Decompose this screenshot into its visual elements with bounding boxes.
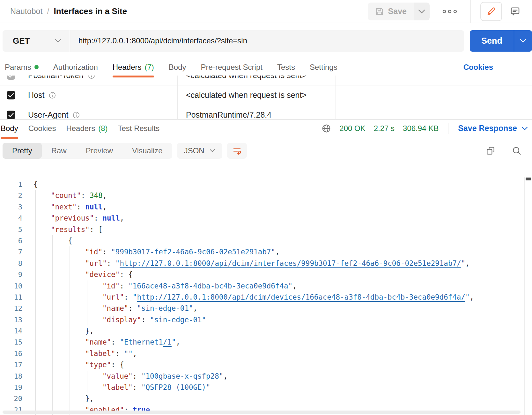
tab-label: Headers <box>113 63 142 72</box>
json-token: "label" <box>85 349 115 358</box>
status-badge[interactable]: 200 OK <box>339 124 365 133</box>
network-globe-icon[interactable] <box>321 124 331 133</box>
indent-guide <box>52 292 53 303</box>
request-title[interactable]: Interfaces in a Site <box>54 6 127 16</box>
line-number: 18 <box>0 371 22 382</box>
json-token: "QSFP28 (100GE)" <box>141 383 211 391</box>
url-input[interactable]: http://127.0.0.1:8000/api/dcim/interface… <box>70 30 464 52</box>
json-token: , <box>465 259 470 267</box>
line-number: 10 <box>0 280 22 292</box>
indent-guide <box>52 235 53 246</box>
response-tab-test-results[interactable]: Test Results <box>118 120 159 137</box>
tab-label: Pre-request Script <box>201 63 262 72</box>
indent-guide <box>87 382 87 393</box>
breadcrumb-collection[interactable]: Nautobot <box>10 7 42 16</box>
more-options-button[interactable] <box>442 10 457 13</box>
json-token: , <box>193 304 197 312</box>
code-line: 16"label": "", <box>0 348 532 359</box>
view-mode-preview[interactable]: Preview <box>76 143 122 159</box>
tab-label: Settings <box>310 63 337 72</box>
json-token: " <box>465 293 470 301</box>
vertical-scrollbar-thumb[interactable] <box>526 178 531 180</box>
save-button-group: Save <box>368 3 430 20</box>
tab-headers[interactable]: Headers(7) <box>113 59 154 76</box>
indent-guide <box>70 359 70 370</box>
code-text: "id": "999b3017-fef2-46a6-9c06-02e51e291… <box>85 246 280 258</box>
info-icon <box>73 112 80 119</box>
json-link[interactable]: http://127.0.0.1:8000/api/dcim/devices/1… <box>137 293 465 301</box>
json-token: "label" <box>102 383 133 391</box>
indent-guide <box>35 258 36 269</box>
save-icon <box>375 7 384 16</box>
tab-pre-request-script[interactable]: Pre-request Script <box>201 59 262 76</box>
code-text: "name": "Ethernet1/1", <box>85 337 180 348</box>
send-button[interactable]: Send <box>470 30 514 52</box>
tab-authorization[interactable]: Authorization <box>53 59 98 76</box>
response-size[interactable]: 306.94 KB <box>403 124 439 133</box>
wrap-lines-button[interactable] <box>227 143 247 159</box>
json-token: "next" <box>51 203 77 211</box>
response-body-viewer[interactable]: 1{2"count": 348,3"next": null,4"previous… <box>0 164 532 415</box>
response-tab-body[interactable]: Body <box>1 120 18 137</box>
json-token: "device" <box>85 270 120 279</box>
response-tab-headers[interactable]: Headers(8) <box>66 120 107 137</box>
header-value-cell[interactable]: <calculated when request is sent> <box>178 85 336 105</box>
code-text: "label": "", <box>85 348 137 359</box>
indent-guide <box>35 393 36 404</box>
request-header: Nautobot / Interfaces in a Site Save <box>0 0 532 23</box>
json-link[interactable]: http://127.0.0.1:8000/api/dcim/interface… <box>120 259 461 267</box>
indent-guide <box>70 337 70 348</box>
header-key-cell[interactable]: Postman-Token <box>22 76 178 85</box>
save-response-button[interactable]: Save Response <box>458 124 528 133</box>
format-value: JSON <box>184 146 204 155</box>
json-token: "url" <box>85 259 107 267</box>
save-button[interactable]: Save <box>368 3 414 20</box>
view-mode-pretty[interactable]: Pretty <box>3 143 42 159</box>
vertical-scrollbar[interactable] <box>524 177 532 415</box>
indent-guide <box>87 280 87 292</box>
json-link[interactable]: /1 <box>163 338 172 346</box>
tab-body[interactable]: Body <box>169 59 186 76</box>
tab-params[interactable]: Params <box>5 59 39 76</box>
line-number: 17 <box>0 359 22 370</box>
code-line: 15"name": "Ethernet1/1", <box>0 337 532 348</box>
indent-guide <box>70 292 70 303</box>
search-icon[interactable] <box>512 146 521 156</box>
indent-guide <box>52 348 53 359</box>
format-selector[interactable]: JSON <box>177 143 222 159</box>
edit-mode-button[interactable] <box>480 2 502 21</box>
tab-count-badge: (8) <box>98 124 107 133</box>
header-value-cell[interactable]: <calculated when request is sent> <box>178 76 336 85</box>
header-value-cell[interactable]: PostmanRuntime/7.28.4 <box>178 105 336 119</box>
indent-guide <box>52 280 53 292</box>
header-key-cell[interactable]: Host <box>22 85 178 105</box>
header-row-checkbox[interactable] <box>7 111 15 119</box>
save-options-button[interactable] <box>414 3 430 20</box>
horizontal-scrollbar[interactable] <box>3 411 521 414</box>
comments-button[interactable] <box>510 6 521 17</box>
indent-guide <box>70 325 70 337</box>
view-mode-raw[interactable]: Raw <box>42 143 76 159</box>
response-tab-cookies[interactable]: Cookies <box>28 120 56 137</box>
json-token: : <box>81 191 90 200</box>
copy-icon[interactable] <box>486 146 495 156</box>
send-button-label: Send <box>481 36 502 46</box>
method-selector[interactable]: GET <box>3 30 70 52</box>
code-line: 9"device": { <box>0 269 532 280</box>
cookies-link[interactable]: Cookies <box>463 63 493 72</box>
tab-settings[interactable]: Settings <box>310 59 337 76</box>
response-time[interactable]: 2.27 s <box>374 124 395 133</box>
line-number: 15 <box>0 337 22 348</box>
header-row-checkbox[interactable] <box>7 76 15 80</box>
send-options-button[interactable] <box>514 30 532 52</box>
header-row-checkbox[interactable] <box>7 91 15 99</box>
code-text: "id": "166ace48-a3f8-4dba-bc4b-3eca0e9d6… <box>102 280 297 292</box>
json-token: , <box>275 248 280 256</box>
indent-guide <box>35 292 36 303</box>
code-line: 7"id": "999b3017-fef2-46a6-9c06-02e51e29… <box>0 246 532 258</box>
code-line: 18"value": "100gbase-x-qsfp28", <box>0 371 532 382</box>
header-key-cell[interactable]: User-Agent <box>22 105 178 119</box>
tab-tests[interactable]: Tests <box>277 59 295 76</box>
view-mode-visualize[interactable]: Visualize <box>122 143 172 159</box>
tab-label: Params <box>5 63 31 72</box>
